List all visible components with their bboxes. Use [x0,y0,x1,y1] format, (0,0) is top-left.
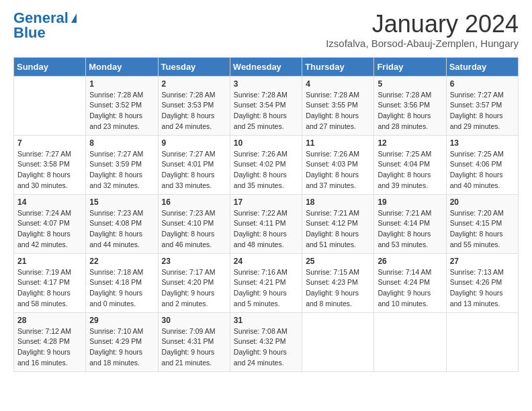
daylight-text: Daylight: 8 hours and 39 minutes. [378,171,431,189]
sunset-text: Sunset: 4:10 PM [162,219,214,227]
day-number: 20 [450,197,515,207]
sunrise-text: Sunrise: 7:25 AM [378,150,431,158]
calendar-cell: 3Sunrise: 7:28 AMSunset: 3:54 PMDaylight… [230,76,302,135]
day-info: Sunrise: 7:24 AMSunset: 4:07 PMDaylight:… [17,208,82,250]
sunset-text: Sunset: 4:11 PM [234,219,286,227]
day-number: 11 [306,138,370,148]
day-info: Sunrise: 7:22 AMSunset: 4:11 PMDaylight:… [234,208,298,250]
sunset-text: Sunset: 3:58 PM [17,160,70,168]
sunrise-text: Sunrise: 7:12 AM [17,327,71,335]
logo-blue: Blue [13,26,46,40]
calendar-cell: 14Sunrise: 7:24 AMSunset: 4:07 PMDayligh… [14,194,86,253]
daylight-text: Daylight: 8 hours and 44 minutes. [89,230,142,248]
sunset-text: Sunset: 3:55 PM [306,101,358,109]
calendar-cell: 31Sunrise: 7:08 AMSunset: 4:32 PMDayligh… [230,312,302,371]
calendar-table: SundayMondayTuesdayWednesdayThursdayFrid… [13,57,519,372]
day-number: 25 [306,257,370,266]
sunset-text: Sunset: 4:12 PM [306,219,358,227]
day-info: Sunrise: 7:16 AMSunset: 4:21 PMDaylight:… [234,267,298,310]
sunrise-text: Sunrise: 7:28 AM [378,91,431,99]
day-number: 5 [378,79,442,89]
daylight-text: Daylight: 9 hours and 18 minutes. [89,348,142,367]
sunset-text: Sunset: 4:14 PM [378,219,430,227]
header-thursday: Thursday [302,57,374,76]
calendar-cell [446,312,518,371]
day-info: Sunrise: 7:26 AMSunset: 4:02 PMDaylight:… [234,149,298,191]
daylight-text: Daylight: 8 hours and 51 minutes. [306,230,359,248]
sunrise-text: Sunrise: 7:28 AM [162,91,216,99]
sunrise-text: Sunrise: 7:27 AM [89,150,143,158]
sunrise-text: Sunrise: 7:27 AM [17,150,71,158]
calendar-cell: 6Sunrise: 7:27 AMSunset: 3:57 PMDaylight… [446,76,518,135]
daylight-text: Daylight: 8 hours and 58 minutes. [17,289,71,308]
day-number: 3 [234,79,298,89]
calendar-cell: 19Sunrise: 7:21 AMSunset: 4:14 PMDayligh… [374,194,446,253]
daylight-text: Daylight: 9 hours and 0 minutes. [89,289,142,308]
day-info: Sunrise: 7:09 AMSunset: 4:31 PMDaylight:… [162,326,226,369]
sunrise-text: Sunrise: 7:18 AM [89,268,143,276]
day-info: Sunrise: 7:15 AMSunset: 4:23 PMDaylight:… [306,267,370,310]
daylight-text: Daylight: 9 hours and 13 minutes. [450,289,503,308]
day-number: 8 [89,138,154,148]
calendar-cell: 9Sunrise: 7:27 AMSunset: 4:01 PMDaylight… [158,135,230,194]
calendar-cell [374,312,446,371]
calendar-cell: 11Sunrise: 7:26 AMSunset: 4:03 PMDayligh… [302,135,374,194]
sunrise-text: Sunrise: 7:13 AM [450,268,504,276]
day-info: Sunrise: 7:28 AMSunset: 3:55 PMDaylight:… [306,90,370,132]
sunset-text: Sunset: 4:06 PM [450,160,502,168]
sunrise-text: Sunrise: 7:25 AM [450,150,504,158]
sunrise-text: Sunrise: 7:23 AM [89,209,143,217]
sunrise-text: Sunrise: 7:16 AM [234,268,287,276]
sunrise-text: Sunrise: 7:28 AM [234,91,287,99]
calendar-cell: 15Sunrise: 7:23 AMSunset: 4:08 PMDayligh… [86,194,158,253]
day-info: Sunrise: 7:25 AMSunset: 4:04 PMDaylight:… [378,149,442,191]
sunset-text: Sunset: 4:04 PM [378,160,430,168]
calendar-week-2: 7Sunrise: 7:27 AMSunset: 3:58 PMDaylight… [14,135,519,194]
daylight-text: Daylight: 9 hours and 10 minutes. [378,289,431,308]
sunrise-text: Sunrise: 7:14 AM [378,268,431,276]
sunset-text: Sunset: 4:24 PM [378,278,430,286]
sunrise-text: Sunrise: 7:28 AM [306,91,359,99]
sunrise-text: Sunrise: 7:26 AM [234,150,287,158]
calendar-cell: 29Sunrise: 7:10 AMSunset: 4:29 PMDayligh… [86,312,158,371]
daylight-text: Daylight: 8 hours and 37 minutes. [306,171,359,189]
sunrise-text: Sunrise: 7:17 AM [162,268,216,276]
daylight-text: Daylight: 8 hours and 25 minutes. [234,111,287,130]
day-info: Sunrise: 7:23 AMSunset: 4:10 PMDaylight:… [162,208,226,250]
daylight-text: Daylight: 8 hours and 42 minutes. [17,230,71,248]
day-info: Sunrise: 7:20 AMSunset: 4:15 PMDaylight:… [450,208,515,250]
month-year-title: January 2024 [326,11,519,38]
header-tuesday: Tuesday [158,57,230,76]
daylight-text: Daylight: 9 hours and 16 minutes. [17,348,71,367]
calendar-cell: 5Sunrise: 7:28 AMSunset: 3:56 PMDaylight… [374,76,446,135]
daylight-text: Daylight: 8 hours and 35 minutes. [234,171,287,189]
sunset-text: Sunset: 3:52 PM [89,101,142,109]
calendar-cell: 30Sunrise: 7:09 AMSunset: 4:31 PMDayligh… [158,312,230,371]
day-number: 2 [162,79,226,89]
calendar-cell: 28Sunrise: 7:12 AMSunset: 4:28 PMDayligh… [14,312,86,371]
sunset-text: Sunset: 4:21 PM [234,278,286,286]
day-info: Sunrise: 7:27 AMSunset: 3:57 PMDaylight:… [450,90,515,132]
day-number: 24 [234,257,298,266]
calendar-week-4: 21Sunrise: 7:19 AMSunset: 4:17 PMDayligh… [14,253,519,312]
day-number: 12 [378,138,442,148]
day-info: Sunrise: 7:27 AMSunset: 3:59 PMDaylight:… [89,149,154,191]
day-number: 23 [162,257,226,266]
day-number: 15 [89,197,154,207]
sunset-text: Sunset: 4:26 PM [450,278,502,286]
day-number: 6 [450,79,515,89]
calendar-cell: 22Sunrise: 7:18 AMSunset: 4:18 PMDayligh… [86,253,158,312]
day-info: Sunrise: 7:28 AMSunset: 3:52 PMDaylight:… [89,90,154,132]
logo-triangle-icon [71,13,77,23]
calendar-week-5: 28Sunrise: 7:12 AMSunset: 4:28 PMDayligh… [14,312,519,371]
sunset-text: Sunset: 3:54 PM [234,101,286,109]
daylight-text: Daylight: 9 hours and 2 minutes. [162,289,215,308]
day-info: Sunrise: 7:25 AMSunset: 4:06 PMDaylight:… [450,149,515,191]
day-info: Sunrise: 7:28 AMSunset: 3:56 PMDaylight:… [378,90,442,132]
day-info: Sunrise: 7:28 AMSunset: 3:53 PMDaylight:… [162,90,226,132]
day-number: 18 [306,197,370,207]
daylight-text: Daylight: 8 hours and 33 minutes. [162,171,215,189]
day-info: Sunrise: 7:19 AMSunset: 4:17 PMDaylight:… [17,267,82,310]
header-monday: Monday [86,57,158,76]
sunrise-text: Sunrise: 7:27 AM [162,150,216,158]
